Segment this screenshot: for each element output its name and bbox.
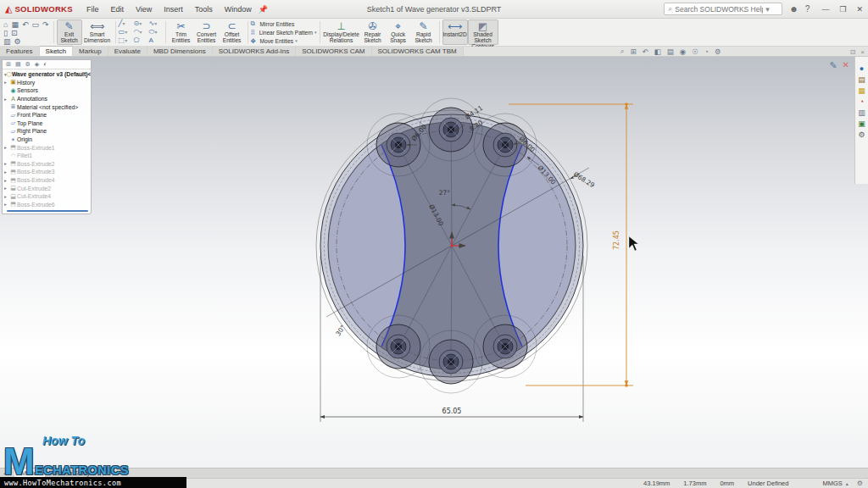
confirm-exit-sketch-icon[interactable]: ✎	[829, 60, 837, 71]
tree-item[interactable]: ▸ ▣ History	[4, 79, 91, 87]
feature-manager-tab-icon[interactable]: ◈	[35, 61, 39, 68]
tree-item[interactable]: ▸ ⬓ Cut-Extrude2	[4, 184, 91, 192]
qat-button[interactable]: ⌂	[3, 20, 8, 29]
task-pane-icon[interactable]: ▤	[858, 76, 865, 84]
qat-button[interactable]: ⚙	[14, 37, 21, 46]
help-icon[interactable]: ?	[805, 4, 810, 14]
exit-sketch-button[interactable]: ✎ Exit Sketch	[57, 19, 82, 45]
tree-item[interactable]: ▸ ◠ Fillet1	[4, 152, 91, 160]
user-account-icon[interactable]: ☻	[789, 4, 798, 14]
slot-tool[interactable]: ⬚▾	[119, 36, 132, 45]
circle-tool[interactable]: ⊙▾	[134, 19, 147, 28]
tree-item[interactable]: ▸ ⬒ Boss-Extrude4	[4, 176, 91, 185]
offset-entities-button[interactable]: ⊂ Offset Entities	[220, 19, 245, 45]
menu-item[interactable]: Tools	[190, 3, 218, 15]
feature-manager-tab-icon[interactable]: ⊞	[6, 61, 11, 68]
polygon-tool[interactable]: ⬠	[134, 36, 147, 45]
sketch-canvas[interactable]: 27° Ø4.11 8.20 Ø6.00 Ø13.00 Ø6.00 Ø13.00…	[0, 57, 868, 468]
command-tab[interactable]: MBD Dimensions	[147, 46, 213, 56]
feature-manager-tab-icon[interactable]: ◐	[43, 61, 47, 68]
mirror-entities-button[interactable]: ⧉ Mirror Entities	[251, 20, 317, 28]
search-input[interactable]	[675, 5, 763, 14]
dimension-width[interactable]: 65.05	[442, 408, 462, 415]
qat-button[interactable]: ⊡	[11, 29, 18, 37]
menu-item[interactable]: File	[81, 3, 104, 15]
help-search[interactable]: ⌕ ▾	[664, 3, 782, 15]
feature-manager-tab-icon[interactable]: ⚙	[25, 61, 31, 68]
tree-item[interactable]: ▸ ⬒ Boss-Extrude1	[4, 143, 91, 152]
task-pane-icon[interactable]: ▦	[858, 87, 865, 95]
headsup-icon[interactable]: ▤	[667, 47, 674, 56]
tree-root-item[interactable]: ▾ ⬡ Wave generator v3 (Default)<<Defaul	[4, 70, 91, 79]
command-tab[interactable]: SOLIDWORKS CAM	[296, 46, 371, 56]
headsup-icon[interactable]: ⌕	[620, 47, 625, 56]
tree-item[interactable]: ▸ ⬒ Boss-Extrude2	[4, 160, 91, 169]
units-selector[interactable]: MMGS▴	[822, 480, 848, 487]
tree-item[interactable]: ▸ ⌖ Origin	[4, 136, 91, 144]
rapid-sketch-button[interactable]: ✎ Rapid Sketch	[411, 19, 437, 45]
command-tab[interactable]: SOLIDWORKS Add-Ins	[213, 46, 297, 56]
dropdown-icon[interactable]: ▾	[314, 30, 317, 35]
menu-item[interactable]: Edit	[105, 3, 129, 15]
move-entities-button[interactable]: ✥ Move Entities ▾	[251, 37, 317, 45]
trim-entities-button[interactable]: ✂ Trim Entities	[169, 19, 194, 45]
window-control-button[interactable]: ❐	[839, 5, 846, 14]
shaded-sketch-contours-button[interactable]: ◩ Shaded Sketch Contours	[468, 19, 498, 45]
tree-item[interactable]: ▸ ⬓ Cut-Extrude4	[4, 192, 91, 201]
close-taskpane-icon[interactable]: ×	[860, 48, 865, 56]
qat-button[interactable]: ▥	[3, 37, 11, 46]
headsup-icon[interactable]: ☉	[692, 47, 698, 56]
collapse-taskpane-icon[interactable]: ⊡	[850, 48, 856, 56]
line-tool[interactable]: ╱▾	[119, 19, 132, 28]
display-delete-relations-button[interactable]: ⊥ Display/Delete Relations	[323, 19, 360, 45]
instant2d-button[interactable]: ⟷ Instant2D	[442, 19, 468, 45]
task-pane-icon[interactable]: ◔	[860, 98, 864, 106]
task-pane-icon[interactable]: ⚙	[858, 131, 865, 139]
text-tool[interactable]: A	[149, 36, 163, 45]
tab-scroll-left-icon[interactable]: ◂	[3, 470, 7, 477]
task-pane-icon[interactable]: ●	[860, 65, 864, 73]
tree-item[interactable]: ▸ ▱ Front Plane	[4, 111, 91, 119]
headsup-icon[interactable]: ◔	[704, 47, 709, 56]
task-pane-icon[interactable]: ▣	[858, 120, 865, 128]
linear-sketch-pattern-button[interactable]: ⠿ Linear Sketch Pattern ▾	[251, 29, 317, 36]
headsup-icon[interactable]: ◉	[680, 47, 686, 56]
window-control-button[interactable]: ✕	[856, 5, 863, 14]
rectangle-tool[interactable]: ▭▾	[119, 28, 132, 36]
headsup-icon[interactable]: ⊞	[630, 47, 636, 56]
menu-item[interactable]: View	[131, 3, 157, 15]
qat-button[interactable]: ▯	[3, 29, 8, 37]
qat-button[interactable]: ▭	[32, 20, 40, 29]
tree-item[interactable]: ▸ ⬒ Boss-Extrude6	[4, 201, 91, 209]
quick-snaps-button[interactable]: ⌖ Quick Snaps	[386, 19, 411, 45]
graphics-area[interactable]: 27° Ø4.11 8.20 Ø6.00 Ø13.00 Ø6.00 Ø13.00…	[0, 57, 868, 468]
command-tab[interactable]: Evaluate	[108, 46, 147, 56]
menu-item[interactable]: Window	[220, 3, 257, 15]
qat-button[interactable]: ↶	[22, 20, 29, 29]
headsup-icon[interactable]: ↶	[643, 47, 648, 56]
dimension-outer-diameter[interactable]: Ø68.29	[572, 170, 596, 189]
task-pane-icon[interactable]: ▥	[858, 109, 865, 117]
qat-button[interactable]: ▦	[11, 20, 19, 29]
menu-item[interactable]: Insert	[159, 3, 188, 15]
search-dropdown-icon[interactable]: ▾	[765, 5, 770, 14]
command-tab[interactable]: Sketch	[40, 46, 73, 56]
window-control-button[interactable]: —	[821, 5, 829, 14]
ellipse-tool[interactable]: ⬭▾	[149, 28, 163, 36]
command-tab[interactable]: Features	[0, 46, 40, 56]
dimension-angle[interactable]: 27°	[439, 189, 451, 197]
status-options-icon[interactable]: ⚙	[857, 480, 863, 487]
tree-item[interactable]: ▸ ⬒ Boss-Extrude3	[4, 168, 91, 176]
convert-entities-button[interactable]: ⊃ Convert Entities	[194, 19, 220, 45]
feature-manager-tab-icon[interactable]: ▤	[15, 61, 21, 68]
tree-item[interactable]: ▸ A Annotations	[4, 95, 91, 103]
wave-generator-sketch[interactable]	[316, 98, 589, 393]
tree-item[interactable]: ▸ ▱ Right Plane	[4, 127, 91, 136]
dimension-angle-2[interactable]: 30°	[334, 324, 347, 337]
confirm-cancel-icon[interactable]: ✕	[843, 60, 849, 71]
pin-menu-icon[interactable]: 📌	[259, 5, 268, 14]
dropdown-icon[interactable]: ▾	[295, 38, 298, 43]
command-tab[interactable]: Markup	[73, 46, 108, 56]
repair-sketch-button[interactable]: ✇ Repair Sketch	[360, 19, 386, 45]
tree-item[interactable]: ▸ ◉ Sensors	[4, 86, 91, 95]
